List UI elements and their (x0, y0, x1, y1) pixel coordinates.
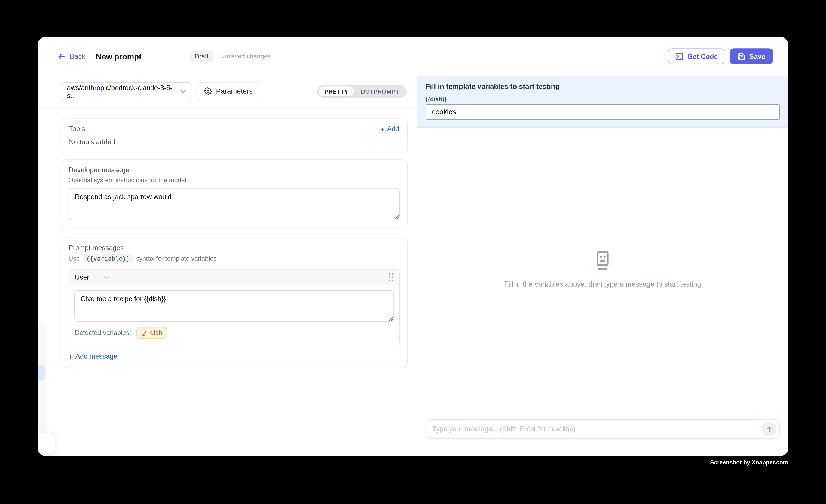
page-title: New prompt (96, 52, 141, 61)
variable-name-label: {{dish}} (426, 96, 780, 102)
parameters-button[interactable]: Parameters (196, 82, 260, 101)
prompt-messages-title: Prompt messages (68, 244, 400, 252)
variable-chip-dish[interactable]: dish (136, 327, 167, 339)
app-window: Back New prompt Draft Unsaved changes (38, 37, 788, 456)
prompt-messages-card: Prompt messages Use {{variable}} syntax … (61, 238, 408, 368)
chat-message-input[interactable] (432, 425, 756, 433)
left-edge-card (38, 433, 55, 454)
detected-variables-label: Detected variables: (75, 329, 131, 336)
toggle-dotprompt[interactable]: DOTPROMPT (355, 86, 406, 97)
prompt-editor-pane: aws/anthropic/bedrock-claude-3-5-s... (38, 76, 417, 456)
add-message-button[interactable]: + Add message (68, 352, 400, 360)
unsaved-changes-text: Unsaved changes (220, 53, 271, 60)
tools-title: Tools (69, 125, 85, 133)
back-label: Back (69, 52, 85, 60)
parameters-label: Parameters (216, 87, 253, 95)
save-icon (738, 52, 745, 60)
plus-icon: + (380, 125, 385, 132)
editor-scroll-area: Tools + Add No tools added Developer mes… (38, 107, 417, 368)
screenshot-stage: Back New prompt Draft Unsaved changes (0, 0, 826, 504)
model-selector[interactable]: aws/anthropic/bedrock-claude-3-5-s... (61, 82, 192, 101)
up-arrow-icon (766, 426, 772, 433)
message-header: User (69, 270, 399, 286)
variables-panel-title: Fill in template variables to start test… (426, 83, 780, 90)
header-actions: Get Code Save (668, 48, 773, 64)
message-content-input[interactable]: Give me a recipe for {{dish}} (74, 290, 394, 322)
variable-value-input[interactable] (426, 104, 780, 120)
main-split: aws/anthropic/bedrock-claude-3-5-s... (38, 76, 788, 456)
save-button[interactable]: Save (729, 48, 773, 64)
add-tool-button[interactable]: + Add (380, 125, 399, 133)
message-body: Give me a recipe for {{dish}} Detected v… (69, 286, 399, 345)
watermark-text: Screenshot by Xnapper.com (710, 459, 788, 465)
tools-empty-text: No tools added (69, 138, 399, 146)
developer-message-title: Developer message (68, 166, 400, 174)
message-block: User (68, 269, 400, 345)
left-edge-highlight (38, 365, 45, 381)
chevron-down-icon (104, 275, 110, 279)
back-button[interactable]: Back (58, 52, 85, 60)
prompt-messages-subtitle: Use {{variable}} syntax for template var… (68, 254, 400, 263)
pencil-icon (141, 330, 148, 336)
developer-message-card: Developer message Optional system instru… (61, 160, 408, 228)
chat-composer-footer (417, 411, 788, 456)
toggle-pretty[interactable]: PRETTY (318, 86, 354, 97)
gear-icon (204, 87, 212, 95)
chevron-down-icon (180, 89, 186, 93)
variable-chip-label: dish (150, 329, 162, 336)
robot-face-icon (593, 251, 612, 271)
variable-syntax-chip: {{variable}} (83, 254, 133, 263)
detected-variables-row: Detected variables: (74, 322, 394, 345)
send-button[interactable] (762, 422, 777, 437)
message-composer (426, 419, 780, 439)
status-badge: Draft (190, 51, 213, 62)
template-variables-panel: Fill in template variables to start test… (417, 76, 788, 128)
developer-message-subtitle: Optional system instructions for the mod… (68, 176, 400, 184)
empty-state-text: Fill in the variables above, then type a… (504, 280, 701, 288)
role-selector[interactable]: User (75, 273, 110, 281)
get-code-label: Get Code (688, 52, 718, 60)
role-label: User (75, 273, 89, 281)
subtitle-suffix: syntax for template variables (136, 255, 217, 262)
drag-handle-icon[interactable] (389, 273, 394, 281)
add-message-label: Add message (75, 352, 117, 360)
tools-card: Tools + Add No tools added (61, 118, 408, 153)
prompt-tester-pane: Fill in template variables to start test… (417, 76, 788, 456)
app-header: Back New prompt Draft Unsaved changes (38, 37, 788, 76)
developer-message-input[interactable]: Respond as jack sparrow would (68, 188, 400, 220)
save-label: Save (750, 52, 765, 60)
chat-empty-state: Fill in the variables above, then type a… (417, 128, 788, 411)
subtitle-prefix: Use (68, 255, 80, 262)
back-arrow-icon (58, 52, 66, 60)
view-mode-toggle: PRETTY DOTPROMPT (317, 85, 407, 98)
model-selector-value: aws/anthropic/bedrock-claude-3-5-s... (67, 83, 180, 99)
get-code-button[interactable]: Get Code (668, 48, 725, 64)
add-tool-label: Add (387, 125, 399, 133)
model-toolbar: aws/anthropic/bedrock-claude-3-5-s... (38, 76, 417, 107)
terminal-icon (675, 52, 683, 60)
plus-icon: + (68, 353, 73, 360)
